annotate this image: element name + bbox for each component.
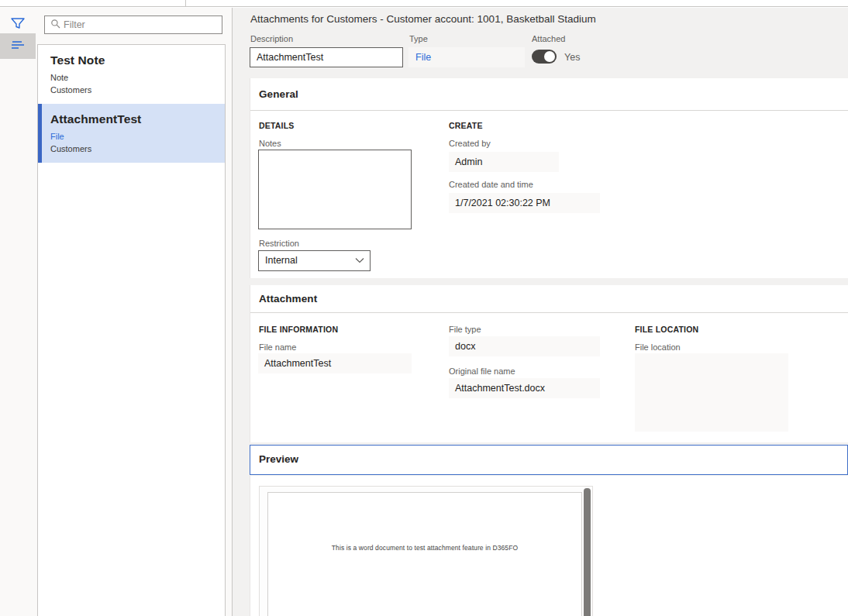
filter-search-box [44, 15, 222, 34]
preview-scrollbar[interactable] [584, 488, 591, 616]
file-information-group-header: FILE INFORMATION [259, 325, 338, 334]
attachments-page: Test Note Note Customers AttachmentTest … [0, 0, 848, 616]
description-input[interactable] [250, 47, 403, 67]
list-item-type: Note [50, 73, 215, 82]
filter-funnel-icon [9, 15, 26, 35]
list-item-entity: Customers [50, 144, 215, 153]
created-datetime-label: Created date and time [449, 180, 533, 189]
general-section: General DETAILS Notes Restriction Intern… [250, 78, 848, 278]
search-icon [45, 18, 64, 32]
original-file-name-label: Original file name [449, 367, 515, 376]
attachment-list-toggle-button[interactable] [0, 33, 36, 59]
attachment-section: Attachment FILE INFORMATION File name At… [250, 285, 848, 442]
notes-textarea[interactable] [258, 150, 412, 229]
preview-section-header[interactable]: Preview [250, 445, 848, 475]
list-item-title: Test Note [50, 53, 215, 67]
restriction-label: Restriction [259, 239, 299, 248]
attachment-list-icon [9, 40, 26, 53]
file-type-label: File type [449, 325, 481, 334]
type-field[interactable]: File [408, 47, 525, 67]
attachment-section-header[interactable]: Attachment [250, 285, 848, 313]
original-file-name-value: AttachmentTest.docx [449, 378, 600, 398]
attached-label: Attached [532, 34, 565, 43]
main-content: Attachments for Customers - Customer acc… [233, 8, 848, 616]
restriction-selected-value: Internal [265, 255, 298, 266]
file-name-label: File name [259, 342, 296, 352]
file-location-value [635, 353, 788, 432]
attachments-list: Test Note Note Customers AttachmentTest … [37, 44, 226, 616]
created-by-value: Admin [449, 152, 559, 172]
create-group-header: CREATE [449, 121, 483, 130]
top-strip-divider [185, 0, 186, 7]
file-name-value: AttachmentTest [258, 353, 412, 373]
attachments-list-panel: Test Note Note Customers AttachmentTest … [36, 8, 233, 616]
file-location-group-header: FILE LOCATION [635, 325, 698, 334]
chevron-down-icon [355, 257, 364, 263]
filter-input[interactable] [64, 19, 222, 30]
type-label: Type [409, 34, 428, 43]
created-datetime-value: 1/7/2021 02:30:22 PM [449, 193, 600, 213]
attached-toggle[interactable] [532, 50, 557, 64]
notes-label: Notes [259, 139, 281, 148]
list-item-test-note[interactable]: Test Note Note Customers [38, 45, 225, 104]
left-icon-rail [0, 8, 36, 616]
description-label: Description [250, 34, 293, 43]
list-item-attachmenttest[interactable]: AttachmentTest File Customers [38, 104, 225, 163]
attached-state-text: Yes [564, 52, 580, 63]
top-border-strip [0, 0, 848, 7]
document-text: This is a word document to test attachme… [268, 544, 581, 552]
list-item-entity: Customers [50, 85, 215, 95]
file-type-value: docx [449, 336, 600, 356]
document-page: This is a word document to test attachme… [267, 492, 582, 616]
list-item-type: File [50, 132, 215, 141]
general-section-header[interactable]: General [250, 78, 848, 111]
restriction-select[interactable]: Internal [258, 250, 371, 271]
created-by-label: Created by [449, 139, 491, 148]
page-title: Attachments for Customers - Customer acc… [250, 13, 596, 25]
toggle-knob-icon [544, 51, 555, 62]
document-preview-pane: This is a word document to test attachme… [259, 486, 593, 616]
file-location-label: File location [635, 342, 681, 352]
details-group-header: DETAILS [259, 121, 295, 130]
list-item-title: AttachmentTest [50, 112, 215, 126]
preview-section-body: This is a word document to test attachme… [250, 476, 848, 616]
